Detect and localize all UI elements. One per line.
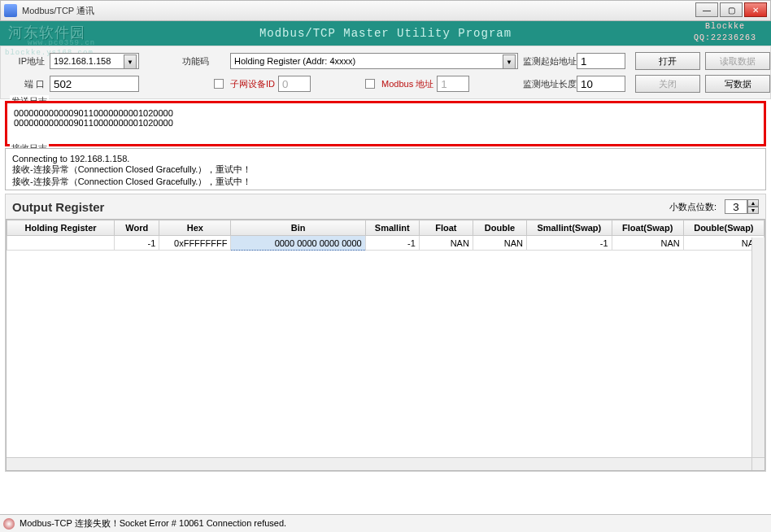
start-addr-input[interactable] <box>577 53 625 69</box>
read-data-button[interactable]: 读取数据 <box>705 52 770 70</box>
port-input[interactable] <box>50 76 139 92</box>
app-banner: 河东软件园 www.pc0359.cn Modbus/TCP Master Ut… <box>0 21 771 46</box>
func-combo[interactable]: Holding Register (Addr: 4xxxx) <box>230 53 518 69</box>
start-addr-label: 监测起始地址 <box>523 55 572 68</box>
col-header[interactable]: Hex <box>159 220 231 236</box>
spin-down-icon[interactable]: ▼ <box>747 207 759 214</box>
status-bar: Modbus-TCP 连接失败！Socket Error # 10061 Con… <box>0 514 771 532</box>
decimal-label: 小数点位数: <box>669 201 717 213</box>
col-header[interactable]: Float <box>419 220 473 236</box>
window-title: Modbus/TCP 通讯 <box>22 5 94 17</box>
col-header[interactable]: Word <box>115 220 159 236</box>
register-table: Holding RegisterWordHexBinSmallintFloatD… <box>7 220 764 251</box>
recv-log-text[interactable]: Connecting to 192.168.1.158. 接收-连接异常（Con… <box>5 148 766 190</box>
modbus-addr-checkbox[interactable] <box>365 79 375 89</box>
sub-id-label: 子网设备ID <box>230 78 275 90</box>
register-table-wrap: Holding RegisterWordHexBinSmallintFloatD… <box>6 219 765 471</box>
send-log-text[interactable]: 00000000000090110000000001020000 0000000… <box>5 101 766 146</box>
cell[interactable]: 0xFFFFFFFF <box>159 236 231 251</box>
modbus-addr-input[interactable] <box>437 76 469 92</box>
output-title: Output Register <box>12 200 661 214</box>
cell[interactable]: -1 <box>526 236 612 251</box>
author-name: Blockke <box>694 21 756 33</box>
col-header[interactable]: Holding Register <box>7 220 115 236</box>
cell[interactable] <box>7 236 115 251</box>
cell[interactable]: -1 <box>365 236 419 251</box>
close-conn-button[interactable]: 关闭 <box>635 75 700 93</box>
cell[interactable]: NAN <box>473 236 526 251</box>
cell[interactable]: NAN <box>612 236 683 251</box>
col-header[interactable]: Smallint(Swap) <box>526 220 612 236</box>
sub-id-checkbox[interactable] <box>214 79 224 89</box>
sub-id-input[interactable] <box>278 76 311 92</box>
window-titlebar: Modbus/TCP 通讯 — ▢ ✕ <box>0 0 771 21</box>
cell[interactable]: -1 <box>115 236 159 251</box>
decimal-input[interactable] <box>725 199 747 214</box>
len-label: 监测地址长度 <box>523 78 572 90</box>
status-text: Modbus-TCP 连接失败！Socket Error # 10061 Con… <box>20 517 286 530</box>
author-qq: QQ:22236263 <box>694 33 756 44</box>
send-log-block: 发送日志 00000000000090110000000001020000 00… <box>5 101 766 146</box>
spin-up-icon[interactable]: ▲ <box>747 199 759 207</box>
ip-value: 192.168.1.158 <box>54 56 111 66</box>
close-button[interactable]: ✕ <box>744 2 767 17</box>
func-value: Holding Register (Addr: 4xxxx) <box>234 56 355 66</box>
col-header[interactable]: Smallint <box>365 220 419 236</box>
col-header[interactable]: Double <box>473 220 526 236</box>
open-button[interactable]: 打开 <box>635 52 700 70</box>
output-register-panel: Output Register 小数点位数: ▲ ▼ Holding Regis… <box>5 194 766 472</box>
len-input[interactable] <box>577 76 625 92</box>
col-header[interactable]: Bin <box>231 220 365 236</box>
recv-log-block: 接收日志 Connecting to 192.168.1.158. 接收-连接异… <box>5 148 766 190</box>
table-row[interactable]: -10xFFFFFFFF0000 0000 0000 0000-1NANNAN-… <box>7 236 764 251</box>
cell[interactable]: 0000 0000 0000 0000 <box>231 236 365 251</box>
write-data-button[interactable]: 写数据 <box>705 75 770 93</box>
horizontal-scrollbar[interactable] <box>7 457 751 470</box>
col-header[interactable]: Double(Swap) <box>683 220 764 236</box>
func-label: 功能码 <box>144 55 209 68</box>
watermark-url: www.pc0359.cn <box>28 39 95 47</box>
vertical-scrollbar[interactable] <box>751 238 764 457</box>
decimal-spinner[interactable]: ▲ ▼ <box>725 199 759 214</box>
modbus-addr-label: Modbus 地址 <box>381 78 433 90</box>
ip-combo[interactable]: 192.168.1.158 <box>50 53 139 69</box>
app-icon <box>4 4 17 17</box>
port-label: 端 口 <box>7 78 45 90</box>
scroll-corner <box>751 457 764 470</box>
maximize-button[interactable]: ▢ <box>720 2 743 17</box>
cell[interactable]: NAN <box>419 236 473 251</box>
config-panel: IP地址 192.168.1.158 功能码 Holding Register … <box>0 46 771 99</box>
minimize-button[interactable]: — <box>695 2 718 17</box>
col-header[interactable]: Float(Swap) <box>612 220 683 236</box>
status-error-icon <box>3 518 15 530</box>
app-title: Modbus/TCP Master Utility Program <box>259 27 512 40</box>
